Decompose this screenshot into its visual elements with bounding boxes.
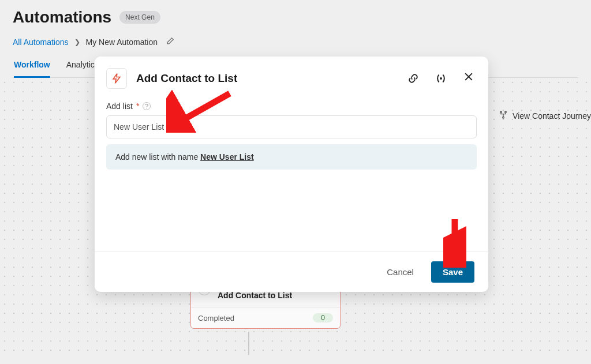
link-icon[interactable] bbox=[407, 73, 419, 84]
add-list-input[interactable] bbox=[106, 115, 477, 138]
field-label-text: Add list bbox=[106, 102, 133, 111]
modal-overlay: Add Contact to List Add list * bbox=[0, 0, 591, 364]
cancel-button[interactable]: Cancel bbox=[383, 262, 417, 282]
suggestion-value: New User List bbox=[200, 152, 254, 162]
add-list-field-label: Add list * ? bbox=[106, 102, 477, 111]
svg-point-4 bbox=[440, 78, 442, 79]
merge-tags-icon[interactable] bbox=[435, 73, 447, 84]
suggestion-prefix: Add new list with name bbox=[115, 152, 200, 162]
save-button[interactable]: Save bbox=[431, 261, 474, 283]
required-star: * bbox=[136, 102, 139, 111]
modal-title: Add Contact to List bbox=[136, 72, 398, 85]
add-contact-to-list-modal: Add Contact to List Add list * bbox=[95, 57, 488, 292]
lightning-icon bbox=[106, 68, 127, 89]
close-icon[interactable] bbox=[463, 71, 474, 86]
help-icon[interactable]: ? bbox=[143, 102, 151, 110]
add-new-list-suggestion[interactable]: Add new list with name New User List bbox=[106, 144, 477, 170]
